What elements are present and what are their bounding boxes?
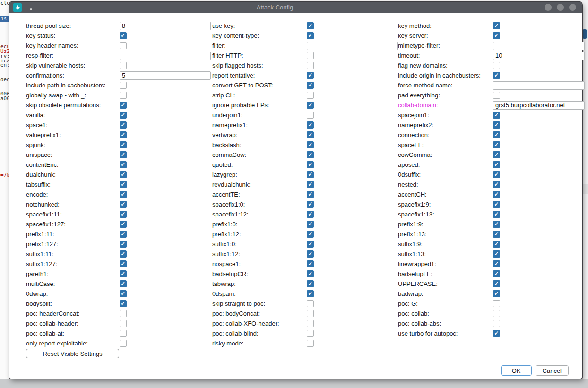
badwrap-checkbox[interactable]: ✓ (493, 290, 500, 297)
only-report-exploitable-checkbox[interactable] (120, 340, 127, 347)
accentte-checkbox[interactable]: ✓ (307, 191, 314, 198)
suffix1-0-checkbox[interactable]: ✓ (307, 241, 314, 248)
vertwrap-checkbox[interactable]: ✓ (307, 131, 314, 138)
spacefix1-12-checkbox[interactable]: ✓ (307, 211, 314, 218)
include-origin-in-cachebusters-checkbox[interactable]: ✓ (493, 72, 500, 79)
0dsuffix-checkbox[interactable]: ✓ (493, 171, 500, 178)
ok-button[interactable]: OK (501, 365, 532, 376)
nospace1-checkbox[interactable]: ✓ (307, 260, 314, 267)
skip-flagged-hosts-checkbox[interactable] (307, 62, 314, 69)
ignore-probable-fps-checkbox[interactable]: ✓ (307, 102, 314, 109)
backslash-checkbox[interactable]: ✓ (307, 141, 314, 148)
notchunked-checkbox[interactable]: ✓ (120, 201, 127, 208)
spacefix1-13-checkbox[interactable]: ✓ (493, 211, 500, 218)
key-header-names-checkbox[interactable] (120, 42, 127, 49)
prefix1-127-checkbox[interactable]: ✓ (120, 241, 127, 248)
prefix1-12-checkbox[interactable]: ✓ (307, 231, 314, 238)
reset-visible-settings-button[interactable]: Reset Visible Settings (26, 349, 119, 358)
gareth1-checkbox[interactable]: ✓ (120, 270, 127, 277)
skip-obsolete-permutations-checkbox[interactable]: ✓ (120, 102, 127, 109)
window-button-2[interactable] (557, 4, 564, 11)
filter-http-checkbox[interactable] (307, 52, 314, 59)
key-content-type-checkbox[interactable]: ✓ (307, 32, 314, 39)
uppercase-checkbox[interactable]: ✓ (493, 280, 500, 287)
poc-collab-xfo-header-checkbox[interactable] (307, 320, 314, 327)
dualchunk-checkbox[interactable]: ✓ (120, 171, 127, 178)
pad-everything-checkbox[interactable] (493, 92, 500, 99)
force-method-name-input[interactable] (493, 81, 585, 90)
poc-collab-header-checkbox[interactable] (120, 320, 127, 327)
quoted-checkbox[interactable]: ✓ (307, 161, 314, 168)
valueprefix1-checkbox[interactable]: ✓ (120, 131, 127, 138)
window-button-3[interactable] (569, 4, 576, 11)
aposed-checkbox[interactable]: ✓ (493, 161, 500, 168)
globally-swap-with-checkbox[interactable] (120, 92, 127, 99)
vanilla-checkbox[interactable]: ✓ (120, 112, 127, 119)
filter-input[interactable] (307, 42, 398, 50)
nameprefix1-checkbox[interactable]: ✓ (307, 121, 314, 129)
encode-checkbox[interactable]: ✓ (120, 191, 127, 198)
flag-new-domains-checkbox[interactable] (493, 62, 500, 69)
space1-checkbox[interactable]: ✓ (120, 121, 127, 129)
spacefix1-0-checkbox[interactable]: ✓ (307, 201, 314, 208)
key-method-checkbox[interactable]: ✓ (493, 22, 500, 29)
suffix1-12-checkbox[interactable]: ✓ (307, 250, 314, 258)
confirmations-input[interactable] (120, 71, 211, 80)
lazygrep-checkbox[interactable]: ✓ (307, 171, 314, 178)
badsetuplf-checkbox[interactable]: ✓ (493, 270, 500, 277)
risky-mode-checkbox[interactable] (307, 340, 314, 347)
include-path-in-cachebusters-checkbox[interactable] (120, 82, 127, 89)
convert-get-to-post-checkbox[interactable]: ✓ (307, 82, 314, 89)
prefix1-11-checkbox[interactable]: ✓ (120, 231, 127, 238)
poc-collab-blind-checkbox[interactable] (307, 330, 314, 337)
0dwrap-checkbox[interactable]: ✓ (120, 290, 127, 297)
mimetype-filter-input[interactable] (493, 42, 585, 50)
contentenc-checkbox[interactable]: ✓ (120, 161, 127, 168)
suffix1-127-checkbox[interactable]: ✓ (120, 260, 127, 267)
use-turbo-for-autopoc-checkbox[interactable]: ✓ (493, 330, 500, 337)
titlebar[interactable]: Attack Config (9, 2, 582, 13)
key-server-checkbox[interactable]: ✓ (493, 32, 500, 39)
key-status-checkbox[interactable]: ✓ (120, 32, 127, 39)
multicase-checkbox[interactable]: ✓ (120, 280, 127, 287)
cowcomma-checkbox[interactable]: ✓ (493, 151, 500, 158)
underjoin1-checkbox[interactable] (307, 112, 314, 119)
poc-collab-checkbox[interactable] (493, 310, 500, 317)
report-tentative-checkbox[interactable]: ✓ (307, 72, 314, 79)
unispace-checkbox[interactable]: ✓ (120, 151, 127, 158)
resp-filter-input[interactable] (120, 52, 211, 60)
use-key-checkbox[interactable]: ✓ (307, 22, 314, 29)
poc-headerconcat-checkbox[interactable] (120, 310, 127, 317)
prefix1-0-checkbox[interactable]: ✓ (307, 221, 314, 228)
suffix1-13-checkbox[interactable]: ✓ (493, 250, 500, 258)
skip-vulnerable-hosts-checkbox[interactable] (120, 62, 127, 69)
spaceff-checkbox[interactable]: ✓ (493, 141, 500, 148)
bodysplit-checkbox[interactable]: ✓ (120, 300, 127, 307)
linewrapped1-checkbox[interactable]: ✓ (493, 260, 500, 267)
prefix1-9-checkbox[interactable]: ✓ (493, 221, 500, 228)
thread-pool-size-input[interactable] (120, 22, 211, 30)
tabsuffix-checkbox[interactable]: ✓ (120, 181, 127, 188)
spacefix1-9-checkbox[interactable]: ✓ (493, 201, 500, 208)
collab-domain-input[interactable] (493, 101, 585, 110)
skip-straight-to-poc-checkbox[interactable] (307, 300, 314, 307)
poc-collab-abs-checkbox[interactable] (493, 320, 500, 327)
commacow-checkbox[interactable]: ✓ (307, 151, 314, 158)
nested-checkbox[interactable]: ✓ (493, 181, 500, 188)
spacefix1-127-checkbox[interactable]: ✓ (120, 221, 127, 228)
prefix1-13-checkbox[interactable]: ✓ (493, 231, 500, 238)
accentch-checkbox[interactable]: ✓ (493, 191, 500, 198)
revdualchunk-checkbox[interactable]: ✓ (307, 181, 314, 188)
poc-g-checkbox[interactable] (493, 300, 500, 307)
cancel-button[interactable]: Cancel (536, 365, 569, 376)
badsetupcr-checkbox[interactable]: ✓ (307, 270, 314, 277)
poc-collab-at-checkbox[interactable] (120, 330, 127, 337)
spacejoin1-checkbox[interactable]: ✓ (493, 112, 500, 119)
spjunk-checkbox[interactable]: ✓ (120, 141, 127, 148)
tabwrap-checkbox[interactable]: ✓ (307, 280, 314, 287)
spacefix1-11-checkbox[interactable]: ✓ (120, 211, 127, 218)
connection-checkbox[interactable]: ✓ (493, 131, 500, 138)
nameprefix2-checkbox[interactable]: ✓ (493, 121, 500, 129)
suffix1-9-checkbox[interactable]: ✓ (493, 241, 500, 248)
suffix1-11-checkbox[interactable]: ✓ (120, 250, 127, 258)
